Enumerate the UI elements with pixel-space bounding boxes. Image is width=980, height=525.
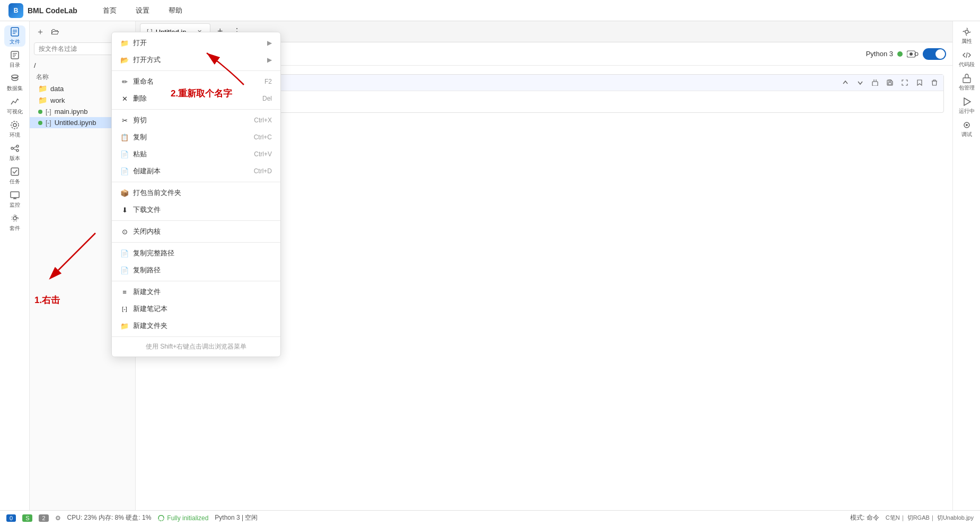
menu-homepage[interactable]: 首页: [99, 4, 121, 17]
svg-point-21: [12, 215, 18, 221]
pack-icon: 📦: [120, 189, 129, 197]
ctx-copy[interactable]: 📋 复制 Ctrl+C: [112, 129, 280, 146]
toc-icon: [10, 50, 20, 60]
ctx-rename-shortcut: F2: [264, 78, 272, 85]
ctx-divider-5: [112, 242, 280, 243]
file-icon: [10, 26, 20, 37]
ctx-copy-path[interactable]: 📄 复制路径: [112, 262, 280, 279]
ctx-divider-1: [112, 70, 280, 71]
status-bar: 0 S 2 ⚙ CPU: 23% 内存: 8% 硬盘: 1% Fully ini…: [0, 510, 980, 525]
menu-settings[interactable]: 设置: [131, 4, 154, 17]
copy-path-icon: 📄: [120, 266, 129, 274]
cell-move-down-btn[interactable]: [853, 76, 867, 90]
svg-point-11: [11, 147, 13, 149]
right-sidebar-debug[interactable]: 调试: [956, 119, 977, 140]
right-sidebar-code-snippets[interactable]: 代码段: [956, 49, 977, 70]
right-sidebar-running[interactable]: 运行中: [956, 95, 977, 117]
delete-icon: ✕: [120, 95, 129, 103]
ctx-download[interactable]: ⬇ 下载文件: [112, 201, 280, 218]
sidebar-item-plugin[interactable]: 套件: [4, 212, 25, 233]
open-arrow-icon: ▶: [267, 39, 272, 47]
ctx-divider-7: [112, 336, 280, 337]
sidebar-item-env[interactable]: 环境: [4, 119, 25, 140]
open-with-arrow-icon: ▶: [267, 56, 272, 64]
download-icon: ⬇: [120, 206, 129, 214]
ctx-copy-full-path[interactable]: 📄 复制完整路径: [112, 245, 280, 262]
ctx-open-with[interactable]: 📂 打开方式 ▶: [112, 51, 280, 68]
right-sidebar-packages[interactable]: 包管理: [956, 72, 977, 93]
right-sidebar-settings[interactable]: 属性: [956, 25, 977, 47]
new-folder-button[interactable]: 🗁: [49, 25, 61, 38]
ctx-duplicate[interactable]: 📄 创建副本 Ctrl+D: [112, 163, 280, 180]
ctx-delete-label: 删除: [133, 94, 258, 103]
logo-area: B BML CodeLab: [8, 3, 77, 18]
ctx-new-file[interactable]: ≡ 新建文件: [112, 283, 280, 300]
sidebar-label-file: 文件: [10, 38, 20, 46]
cell-bookmark-btn[interactable]: [913, 76, 926, 90]
new-notebook-icon: [-]: [120, 306, 129, 312]
close-kernel-icon: ⊙: [120, 228, 129, 236]
ctx-new-notebook[interactable]: [-] 新建笔记本: [112, 300, 280, 317]
cell-insert-btn[interactable]: [868, 76, 882, 90]
sidebar-item-version[interactable]: 版本: [4, 142, 25, 163]
ctx-download-label: 下载文件: [133, 205, 272, 215]
kernel-record-icon: [907, 50, 919, 58]
kernel-toggle[interactable]: [923, 48, 946, 60]
status-initialized: Fully initialized: [157, 514, 208, 522]
cell-delete-btn[interactable]: [928, 76, 941, 90]
sidebar-item-monitor[interactable]: 监控: [4, 189, 25, 210]
notebook-icon-main: [-]: [46, 108, 51, 115]
sidebar-item-file[interactable]: 文件: [4, 25, 25, 47]
ctx-open-label: 打开: [133, 38, 263, 48]
icon-sidebar: 文件 目录 数据集 可视化 环境: [0, 21, 30, 510]
ctx-open[interactable]: 📁 打开 ▶: [112, 34, 280, 51]
file-tree-label-main: main.ipynb: [55, 108, 88, 115]
version-icon: [10, 143, 20, 154]
rename-icon: ✏: [120, 78, 129, 86]
ctx-divider-3: [112, 182, 280, 182]
status-badge-s: S: [22, 514, 32, 522]
ctx-rename[interactable]: ✏ 重命名 F2: [112, 73, 280, 90]
kernel-status-dot: [897, 51, 903, 57]
open-icon: 📁: [120, 39, 129, 47]
ctx-divider-6: [112, 281, 280, 281]
ctx-duplicate-shortcut: Ctrl+D: [254, 167, 272, 175]
ctx-pack-label: 打包当前文件夹: [133, 188, 272, 198]
svg-rect-17: [11, 192, 19, 198]
ctx-delete[interactable]: ✕ 删除 Del: [112, 90, 280, 107]
svg-line-37: [966, 52, 967, 58]
folder-icon-data: 📁: [38, 84, 47, 93]
dot-main: [38, 110, 42, 114]
paste-icon: 📄: [120, 150, 129, 158]
menu-help[interactable]: 帮助: [164, 4, 187, 17]
status-mode-label: 模式: 命令: [850, 513, 879, 522]
sidebar-item-visual[interactable]: 可视化: [4, 95, 25, 117]
right-sidebar-label-code: 代码段: [959, 61, 975, 68]
sidebar-label-visual: 可视化: [7, 108, 23, 115]
copy-full-path-icon: 📄: [120, 250, 129, 257]
ctx-pack[interactable]: 📦 打包当前文件夹: [112, 184, 280, 201]
ctx-cut[interactable]: ✂ 剪切 Ctrl+X: [112, 112, 280, 129]
ctx-close-kernel[interactable]: ⊙ 关闭内核: [112, 223, 280, 240]
right-sidebar-label-packages: 包管理: [959, 84, 975, 92]
ctx-new-folder[interactable]: 📁 新建文件夹: [112, 317, 280, 334]
svg-rect-33: [872, 82, 878, 86]
sidebar-label-dataset: 数据集: [7, 85, 23, 92]
ctx-new-file-label: 新建文件: [133, 287, 272, 297]
sidebar-item-task[interactable]: 任务: [4, 165, 25, 186]
svg-point-31: [910, 52, 913, 56]
ctx-duplicate-label: 创建副本: [133, 166, 250, 176]
svg-rect-34: [888, 83, 891, 85]
new-file-button[interactable]: ＋: [34, 25, 47, 38]
cell-move-up-btn[interactable]: [838, 76, 852, 90]
ctx-paste[interactable]: 📄 粘贴 Ctrl+V: [112, 146, 280, 163]
cell-save2-btn[interactable]: [883, 76, 897, 90]
status-badge-0: 0: [6, 514, 16, 522]
sidebar-item-toc[interactable]: 目录: [4, 49, 25, 70]
svg-point-13: [16, 149, 19, 152]
monitor-icon: [10, 190, 20, 200]
cell-expand-btn[interactable]: [898, 76, 912, 90]
dataset-icon: [10, 73, 20, 84]
sidebar-item-dataset[interactable]: 数据集: [4, 72, 25, 93]
ctx-rename-label: 重命名: [133, 77, 260, 86]
